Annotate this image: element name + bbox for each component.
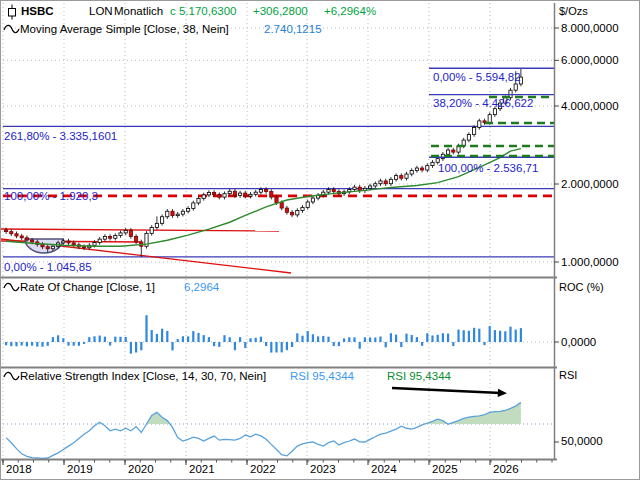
rsi-tick-50: 50,0000	[561, 435, 603, 448]
price-axis-unit: $/Ozs	[559, 5, 588, 18]
ma-indicator-label[interactable]: Moving Average Simple [Close, 38, Nein]	[20, 23, 229, 36]
symbol-label[interactable]: HSBC	[21, 5, 54, 18]
x-axis-year-label: 2018	[6, 463, 32, 475]
chart-canvas[interactable]	[1, 1, 640, 480]
price-tick-1000: 1.000,0000	[561, 256, 619, 269]
price-tick-2000: 2.000,0000	[561, 178, 619, 191]
roc-axis-unit: ROC (%)	[559, 281, 604, 294]
x-axis-year-label: 2020	[128, 463, 154, 475]
x-axis-year-label: 2019	[67, 463, 93, 475]
fib-label-100pct-high: 100,00% - 2.536,71	[438, 162, 538, 175]
rsi-annotation-text: RSI 95,4344	[387, 370, 451, 383]
x-axis-year-label: 2024	[371, 463, 397, 475]
quote-close: c 5.170,6300	[170, 5, 237, 18]
price-tick-4000: 4.000,0000	[561, 100, 619, 113]
quote-change-pct: +6,2964%	[324, 5, 376, 18]
roc-indicator-label[interactable]: Rate Of Change [Close, 1]	[20, 281, 155, 294]
roc-tick-zero: 0,0000	[561, 336, 596, 349]
ma-indicator-value: 2.740,1215	[264, 23, 322, 36]
quote-change: +306,2800	[253, 5, 308, 18]
x-axis-year-label: 2026	[493, 463, 519, 475]
rsi-indicator-label[interactable]: Relative Strength Index [Close, 14, 30, …	[20, 370, 266, 383]
fib-label-0pct-low: 0,00% - 1.045,85	[4, 261, 92, 274]
price-tick-6000: 6.000,0000	[561, 54, 619, 67]
exchange-label: LON	[89, 5, 113, 18]
rsi-indicator-value: RSI 95,4344	[290, 370, 354, 383]
rsi-axis-unit: RSI	[559, 369, 577, 382]
fib-label-261pct-low: 261,80% - 3.335,1601	[4, 130, 117, 143]
fib-label-100pct-low: 100,00% - 1.920,3	[4, 190, 98, 203]
chart-window: HSBC LON Monatlich c 5.170,6300 +306,280…	[0, 0, 640, 480]
x-axis-year-label: 2023	[310, 463, 336, 475]
x-axis-year-label: 2022	[250, 463, 276, 475]
fib-label-38pct-high: 38,20% - 4.426,622	[433, 97, 533, 110]
price-tick-8000: 8.000,0000	[561, 22, 619, 35]
timeframe-label[interactable]: Monatlich	[114, 5, 163, 18]
roc-indicator-value: 6,2964	[184, 281, 219, 294]
fib-label-0pct-high: 0,00% - 5.594,82	[433, 71, 521, 84]
x-axis-year-label: 2025	[432, 463, 458, 475]
x-axis-year-label: 2021	[189, 463, 215, 475]
